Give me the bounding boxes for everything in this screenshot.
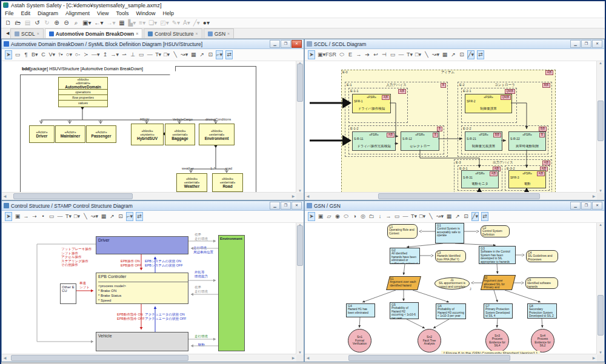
vertical-scrollbar[interactable]: ▲▼: [596, 223, 604, 354]
vertical-scroll-thumb[interactable]: [297, 225, 303, 266]
value-type-tool-icon[interactable]: V▾: [49, 50, 56, 59]
strategy-tool-icon[interactable]: ▱: [326, 212, 332, 221]
incontextof-tool-icon[interactable]: →: [385, 212, 391, 221]
laser-tool-icon[interactable]: ↗: [450, 50, 456, 59]
oblique-tool-icon[interactable]: ╲: [428, 212, 434, 221]
port-tool-icon[interactable]: ⫯▾: [58, 50, 64, 59]
horizontal-scrollbar[interactable]: ◀▶: [305, 192, 597, 200]
scroll-right-icon[interactable]: ▶: [290, 356, 296, 360]
arrow-tool-icon[interactable]: →: [356, 50, 362, 59]
open-file-icon[interactable]: 🗁: [15, 19, 21, 27]
frame-tool-icon[interactable]: ▭: [15, 50, 21, 59]
anchor-tool-icon[interactable]: ⊣: [381, 50, 387, 59]
pane-maximize-button[interactable]: ❐: [581, 202, 591, 210]
target-tool-icon[interactable]: ⊡: [118, 212, 124, 221]
image-tool-icon[interactable]: ▦: [442, 50, 448, 59]
pane-title-stamp[interactable]: Control Structure / STAMP Control Struct…: [2, 201, 304, 211]
horizontal-scroll-thumb[interactable]: [13, 193, 132, 199]
canvas-gsn[interactable]: C1Operating Role and ContextG1Control Sy…: [305, 223, 604, 362]
auto-layout-icon[interactable]: ⇄: [136, 212, 143, 221]
usage-tool-icon[interactable]: ⊥: [130, 50, 136, 59]
solution-tool-icon[interactable]: ◉: [335, 212, 341, 221]
curve-tool-icon[interactable]: ↝▾: [181, 50, 188, 59]
curve-tool-icon[interactable]: ↝▾: [436, 212, 444, 221]
laser-tool-icon[interactable]: ↗: [454, 212, 461, 221]
association-tool-icon[interactable]: ○▾: [66, 50, 72, 59]
tab-scroll-left-icon[interactable]: ◀: [6, 31, 10, 36]
pane-close-button[interactable]: ✕: [291, 202, 302, 210]
zoom-out-icon[interactable]: ⊖: [63, 19, 70, 27]
pane-title-scdl[interactable]: SCDL / SCDL Diagram▁❐✕: [305, 39, 604, 49]
pane-close-button[interactable]: ✕: [291, 40, 302, 48]
constraint-block-tool-icon[interactable]: C: [41, 50, 47, 59]
select-tool-icon[interactable]: ➤: [5, 212, 12, 221]
connector-style-icon[interactable]: ⌐▾: [216, 50, 223, 59]
rect-tool-icon[interactable]: □▾: [415, 50, 421, 59]
tab-control-structure[interactable]: Control Structure×: [144, 28, 202, 38]
rect-tool-icon[interactable]: □▾: [74, 212, 80, 221]
vertical-scrollbar[interactable]: ▲▼: [296, 61, 304, 193]
pane-maximize-button[interactable]: ❐: [281, 40, 291, 48]
image-tool-icon[interactable]: ▦: [446, 212, 452, 221]
line-tool-icon[interactable]: —: [57, 212, 63, 221]
vertical-scrollbar[interactable]: ▲▼: [296, 223, 304, 354]
canvas-stamp[interactable]: DriverEnvironmentEPB Controller<process …: [2, 223, 304, 362]
horizontal-scrollbar[interactable]: ◀▶: [2, 192, 296, 200]
rect-tool-icon[interactable]: □▾: [419, 212, 425, 221]
rect-tool-icon[interactable]: □▾: [164, 50, 170, 59]
curve-arrow-tool-icon[interactable]: ↩: [373, 50, 379, 59]
oblique-tool-icon[interactable]: ╲: [82, 212, 88, 221]
pane-minimize-button[interactable]: ▁: [270, 40, 280, 48]
element-tool-icon[interactable]: E: [347, 50, 353, 59]
canvas-bdd[interactable]: bdd[package] HSUV/Structure [Automotive …: [2, 61, 304, 200]
horizontal-scroll-thumb[interactable]: [348, 355, 510, 361]
line-tool-icon[interactable]: —: [398, 50, 404, 59]
directed-assoc-tool-icon[interactable]: ○-: [75, 50, 81, 59]
undo-icon[interactable]: ↺: [34, 19, 41, 27]
pane-maximize-button[interactable]: ❐: [281, 202, 291, 210]
menu-window[interactable]: Window: [132, 10, 159, 16]
bdd-node-hybridsuv[interactable]: «block»«system»HybridSUV: [131, 124, 164, 145]
line-style-icon[interactable]: ╱▾: [467, 50, 474, 59]
select-tool-icon[interactable]: ➤: [308, 212, 315, 221]
pane-close-button[interactable]: ✕: [592, 40, 602, 48]
scroll-left-icon[interactable]: ◀: [2, 194, 8, 198]
menu-tools[interactable]: Tools: [112, 10, 132, 16]
image-tool-icon[interactable]: ▦: [101, 212, 107, 221]
bdd-node-passenger[interactable]: «Actor»Passenger: [86, 125, 116, 143]
supportedby-tool-icon[interactable]: ↓: [377, 212, 383, 221]
menu-file[interactable]: File: [1, 10, 18, 16]
horizontal-scroll-thumb[interactable]: [11, 355, 189, 361]
image-tool-icon[interactable]: ▦: [190, 50, 196, 59]
tab-gsn[interactable]: GSN×: [204, 28, 235, 38]
scroll-right-icon[interactable]: ▶: [290, 194, 296, 198]
note-tool-icon[interactable]: ▭: [390, 50, 396, 59]
tab-close-icon[interactable]: ×: [196, 31, 198, 36]
vertical-scroll-thumb[interactable]: [598, 101, 604, 141]
bdd-node-road[interactable]: «block»«external»Road: [212, 173, 243, 192]
select-tool-icon[interactable]: ➤: [308, 50, 315, 59]
anchor-tool-icon[interactable]: —: [147, 50, 153, 59]
assumption-tool-icon[interactable]: ◎: [360, 212, 366, 221]
goal-tool-icon[interactable]: ▣: [318, 212, 324, 221]
bdd-node-automotivedomain[interactable]: «block»«domain»AutomotiveDomainoperation…: [58, 77, 108, 107]
feedback-arrow-tool-icon[interactable]: ⇢: [32, 212, 38, 221]
back-icon[interactable]: ←▾: [94, 19, 103, 27]
laser-tool-icon[interactable]: ↗: [199, 50, 205, 59]
generalization-tool-icon[interactable]: ↥: [102, 50, 108, 59]
justification-tool-icon[interactable]: ◑: [351, 212, 358, 221]
zoom-in-icon[interactable]: ⊕: [53, 19, 60, 27]
dependency-tool-icon[interactable]: →▾: [111, 50, 119, 59]
zoom-fit-icon[interactable]: ▣▾: [82, 19, 91, 27]
pane-close-button[interactable]: ✕: [592, 202, 602, 210]
module-tool-icon[interactable]: 🗀: [368, 212, 375, 221]
scroll-left-icon[interactable]: ◀: [2, 356, 8, 360]
canvas-scdl[interactable]: E-0アイテムA|BE-1入力デバイスBE-1-1A|BE-1-2BE-2コント…: [305, 61, 604, 200]
scroll-up-icon[interactable]: ▲: [597, 223, 604, 227]
vertical-scroll-thumb[interactable]: [297, 64, 303, 102]
new-file-icon[interactable]: 🗋: [5, 19, 12, 27]
block-tool-icon[interactable]: B▾: [32, 50, 38, 59]
scroll-right-icon[interactable]: ▶: [591, 194, 597, 198]
dot-tool-icon[interactable]: •: [40, 212, 46, 221]
note-tool-icon[interactable]: ▭: [138, 50, 144, 59]
